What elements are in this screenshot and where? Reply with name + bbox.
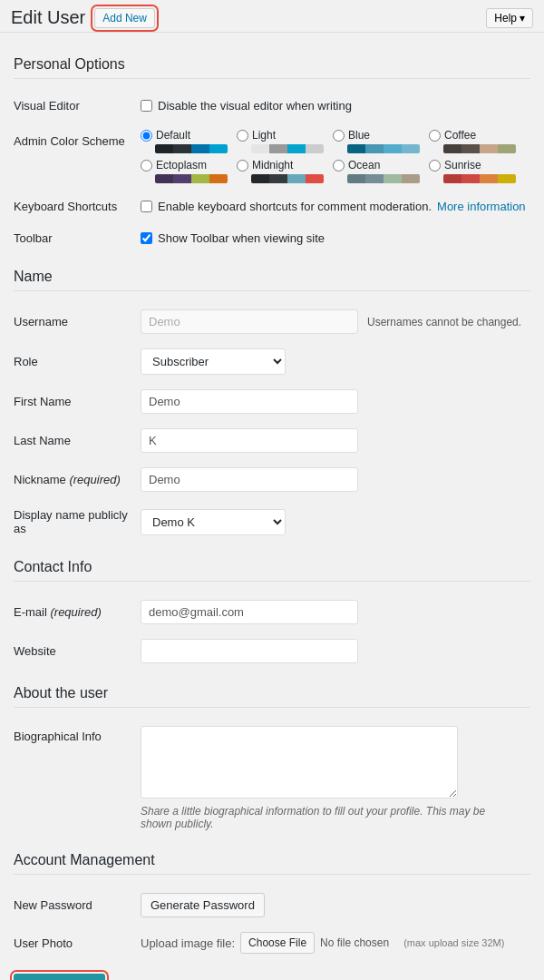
nickname-input[interactable] [141,467,358,492]
last-name-row: Last Name [14,421,530,460]
color-radio-midnight[interactable] [237,160,248,172]
toolbar-label: Toolbar [14,231,53,245]
visual-editor-checkbox[interactable] [141,100,152,112]
color-option-default[interactable]: Default [141,129,228,153]
admin-color-scheme-label: Admin Color Scheme [14,134,125,148]
add-new-button[interactable]: Add New [94,8,155,28]
last-name-label: Last Name [14,434,71,447]
keyboard-shortcuts-label: Keyboard Shortcuts [14,200,117,213]
user-photo-row: User Photo Upload image file: Choose Fil… [14,925,530,961]
nickname-label: Nickname [14,473,66,486]
color-label-sunrise: Sunrise [444,159,481,172]
color-radio-sunrise[interactable] [429,160,441,172]
contact-info-heading: Contact Info [14,559,530,582]
first-name-input[interactable] [141,389,358,414]
website-input[interactable] [141,639,358,663]
actions-area: Update User [14,961,530,980]
color-swatches-default [155,144,228,153]
keyboard-shortcuts-row: Keyboard Shortcuts Enable keyboard short… [14,191,530,222]
email-input[interactable] [141,600,358,624]
color-swatches-blue [347,144,420,153]
bio-textarea[interactable] [141,726,458,799]
new-password-row: New Password Generate Password [14,886,530,925]
color-swatches-light [251,144,324,153]
contact-info-table: E-mail (required) Website [14,593,530,671]
color-label-ectoplasm: Ectoplasm [156,159,207,172]
color-radio-ocean[interactable] [333,160,345,172]
email-row: E-mail (required) [14,593,530,632]
color-label-ocean: Ocean [348,159,380,172]
color-radio-ectoplasm[interactable] [141,160,152,172]
color-option-ectoplasm[interactable]: Ectoplasm [141,159,228,183]
toolbar-checkbox[interactable] [141,232,152,244]
toolbar-row: Toolbar Show Toolbar when viewing site [14,222,530,254]
keyboard-shortcuts-checkbox-label[interactable]: Enable keyboard shortcuts for comment mo… [141,200,530,213]
last-name-input[interactable] [141,428,358,453]
nickname-row: Nickname (required) [14,460,530,499]
color-scheme-grid: Default Light [141,129,503,183]
color-label-coffee: Coffee [444,129,476,142]
update-user-button[interactable]: Update User [14,974,105,980]
about-user-heading: About the user [14,685,530,708]
page-title: Edit User [11,7,85,28]
file-upload-area: Upload image file: Choose File No file c… [141,932,530,954]
bio-row: Biographical Info Share a little biograp… [14,719,530,838]
website-row: Website [14,632,530,671]
admin-color-scheme-row: Admin Color Scheme Default [14,122,530,191]
color-swatches-sunrise [443,174,516,183]
color-option-coffee[interactable]: Coffee [429,129,516,153]
name-heading: Name [14,269,530,291]
role-label: Role [14,355,38,368]
role-select[interactable]: Subscriber Contributor Author Editor Adm… [141,348,286,375]
no-file-text: No file chosen [320,936,389,949]
keyboard-shortcuts-checkbox[interactable] [141,201,152,212]
nickname-required: (required) [69,473,120,486]
color-radio-blue[interactable] [333,130,345,142]
personal-options-table: Visual Editor Disable the visual editor … [14,90,530,254]
color-radio-coffee[interactable] [429,130,441,142]
generate-password-button[interactable]: Generate Password [141,893,265,917]
username-input[interactable] [141,309,358,334]
color-option-light[interactable]: Light [237,129,324,153]
toolbar-checkbox-label[interactable]: Show Toolbar when viewing site [141,231,530,245]
color-label-default: Default [156,129,190,142]
color-radio-default[interactable] [141,130,152,142]
first-name-label: First Name [14,395,72,408]
color-swatches-coffee [443,144,516,153]
personal-options-heading: Personal Options [14,56,530,79]
toolbar-checkbox-text: Show Toolbar when viewing site [158,231,325,245]
color-option-ocean[interactable]: Ocean [333,159,420,183]
color-swatches-midnight [251,174,324,183]
choose-file-button[interactable]: Choose File [240,932,315,954]
account-management-heading: Account Management [14,852,530,875]
about-user-table: Biographical Info Share a little biograp… [14,719,530,838]
email-required: (required) [50,605,101,619]
role-row: Role Subscriber Contributor Author Edito… [14,341,530,382]
help-button[interactable]: Help ▾ [486,8,533,28]
color-option-blue[interactable]: Blue [333,129,420,153]
username-note: Usernames cannot be changed. [367,316,521,328]
color-label-blue: Blue [348,129,370,142]
visual-editor-row: Visual Editor Disable the visual editor … [14,90,530,122]
first-name-row: First Name [14,382,530,421]
max-upload-note: (max upload size 32M) [403,937,504,948]
color-option-midnight[interactable]: Midnight [237,159,324,183]
keyboard-shortcuts-more-info[interactable]: More information [437,200,526,213]
display-name-row: Display name publicly as Demo Demo K K D… [14,499,530,544]
color-label-midnight: Midnight [252,159,293,172]
visual-editor-checkbox-text: Disable the visual editor when writing [158,99,352,113]
account-management-table: New Password Generate Password User Phot… [14,886,530,961]
display-name-label: Display name publicly as [14,508,128,535]
visual-editor-label: Visual Editor [14,99,80,113]
visual-editor-checkbox-label[interactable]: Disable the visual editor when writing [141,99,530,113]
name-table: Username Usernames cannot be changed. Ro… [14,302,530,544]
user-photo-label: User Photo [14,936,73,950]
bio-help-text: Share a little biographical information … [141,805,503,830]
main-content: Personal Options Visual Editor Disable t… [0,33,544,980]
color-option-sunrise[interactable]: Sunrise [429,159,516,183]
display-name-select[interactable]: Demo Demo K K Demo K [141,509,286,535]
color-radio-light[interactable] [237,130,248,142]
keyboard-shortcuts-text: Enable keyboard shortcuts for comment mo… [158,200,432,213]
top-bar: Edit User Add New Help ▾ [0,0,544,33]
help-label: Help [494,12,517,24]
